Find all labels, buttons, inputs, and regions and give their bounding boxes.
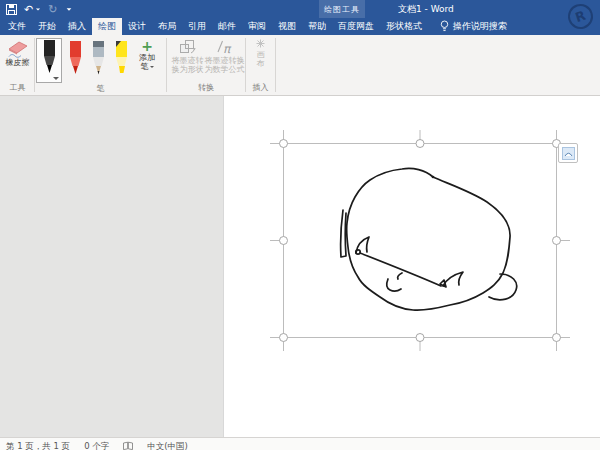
group-divider — [166, 38, 167, 92]
selection-handle-top-left[interactable] — [280, 140, 288, 148]
qat-customize-button[interactable] — [64, 8, 72, 11]
eraser-icon — [6, 39, 30, 58]
add-pen-dropdown-icon — [150, 66, 154, 68]
ink-diagonal — [360, 253, 441, 286]
pen-pencil[interactable] — [87, 38, 110, 83]
title-bar: ↶ ↻ 绘图工具 文档1 - Word R — [0, 0, 600, 18]
eraser-label: 橡皮擦 — [6, 58, 30, 67]
ink-head — [347, 168, 510, 310]
undo-dropdown-icon — [36, 8, 40, 10]
add-pen-label-1: 添加 — [139, 53, 155, 62]
tab-file[interactable]: 文件 — [2, 18, 32, 35]
proofing-status[interactable] — [123, 441, 133, 450]
selection-handle-middle-left[interactable] — [280, 237, 288, 245]
group-label-tools: 工具 — [2, 82, 33, 95]
ink-to-shape-icon — [179, 39, 196, 56]
qat-more-icon — [67, 8, 72, 10]
ink-to-math-icon: π — [216, 39, 233, 56]
word-count-status[interactable]: 0 个字 — [84, 441, 109, 450]
pencil-icon — [88, 40, 109, 80]
ink-dot — [432, 176, 435, 179]
proofing-book-icon — [123, 441, 133, 450]
ink-drawing[interactable] — [341, 168, 517, 310]
save-icon — [6, 4, 17, 15]
ink-ear — [489, 274, 517, 300]
ink-to-shape-label-1: 将墨迹转 — [172, 56, 204, 65]
svg-text:π: π — [223, 42, 232, 56]
pen-black-selected[interactable] — [36, 38, 62, 83]
selection-handle-bottom-middle[interactable] — [416, 334, 424, 342]
ink-to-math-label-1: 将墨迹转换 — [205, 56, 245, 65]
plus-icon: + — [141, 40, 153, 53]
lightbulb-icon — [440, 20, 449, 33]
ink-to-math-label-2: 为数学公式 — [205, 65, 245, 74]
tab-view[interactable]: 视图 — [272, 18, 302, 35]
tab-review[interactable]: 审阅 — [242, 18, 272, 35]
document-title: 文档1 - Word — [398, 0, 454, 18]
redo-icon: ↻ — [48, 4, 57, 15]
ribbon-group-convert: 将墨迹转 换为形状 π 将墨迹转换 为数学公式 转换 — [168, 35, 244, 95]
quick-access-toolbar: ↶ ↻ — [6, 0, 72, 18]
red-pen-icon — [65, 40, 86, 80]
save-button[interactable] — [6, 4, 17, 15]
document-area — [0, 96, 600, 437]
tab-help[interactable]: 帮助 — [302, 18, 332, 35]
ribbon-group-pens: + 添加 笔 笔 — [36, 35, 165, 95]
ink-right-eye — [443, 272, 463, 286]
ink-mouth-tick — [398, 273, 402, 279]
tab-layout[interactable]: 布局 — [152, 18, 182, 35]
tab-design[interactable]: 设计 — [122, 18, 152, 35]
canvas-overlay — [0, 96, 600, 437]
black-pen-icon — [39, 39, 60, 79]
ink-to-math-button[interactable]: π 将墨迹转换 为数学公式 — [206, 38, 243, 75]
add-pen-label-2: 笔 — [141, 62, 149, 71]
group-divider — [275, 38, 276, 92]
highlighter-icon — [111, 40, 132, 80]
ribbon-group-tools: 橡皮擦 工具 — [2, 35, 33, 95]
selection-handle-top-middle[interactable] — [416, 140, 424, 148]
selection-handle-bottom-right[interactable] — [553, 334, 561, 342]
drawing-canvas-icon — [256, 39, 265, 48]
drawing-canvas-button[interactable]: 画布 — [254, 38, 268, 69]
layout-options-icon — [562, 147, 575, 160]
undo-icon: ↶ — [24, 4, 33, 15]
group-divider — [34, 38, 35, 92]
pen-dropdown-icon[interactable] — [53, 77, 59, 80]
group-label-pens: 笔 — [36, 83, 165, 95]
page-number-status[interactable]: 第 1 页，共 1 页 — [6, 441, 70, 450]
tell-me-label: 操作说明搜索 — [453, 20, 507, 33]
status-bar: 第 1 页，共 1 页 0 个字 中文(中国) — [0, 437, 600, 450]
pen-yellow-highlighter[interactable] — [110, 38, 133, 83]
contextual-tab-group-header: 绘图工具 — [319, 0, 365, 18]
selection-handle-middle-right[interactable] — [553, 237, 561, 245]
tab-draw[interactable]: 绘图 — [92, 18, 122, 35]
tab-references[interactable]: 引用 — [182, 18, 212, 35]
tell-me-search[interactable]: 操作说明搜索 — [432, 18, 515, 35]
tab-baidu-netdisk[interactable]: 百度网盘 — [332, 18, 380, 35]
tab-insert[interactable]: 插入 — [62, 18, 92, 35]
add-pen-button[interactable]: + 添加 笔 — [133, 38, 161, 71]
language-status[interactable]: 中文(中国) — [147, 441, 188, 450]
group-label-convert: 转换 — [168, 82, 244, 95]
undo-button[interactable]: ↶ — [24, 4, 41, 15]
ink-to-shape-button[interactable]: 将墨迹转 换为形状 — [169, 38, 206, 75]
redo-button[interactable]: ↻ — [48, 4, 57, 15]
layout-options-button[interactable] — [558, 143, 578, 163]
selection-box — [270, 130, 570, 351]
drawing-canvas-label: 画布 — [256, 50, 266, 68]
group-label-insert: 插入 — [247, 82, 274, 95]
group-divider — [245, 38, 246, 92]
ink-side-strokes — [341, 210, 346, 257]
ink-to-shape-label-2: 换为形状 — [172, 65, 204, 74]
ribbon: 橡皮擦 工具 — [0, 35, 600, 96]
pen-red[interactable] — [64, 38, 87, 83]
eraser-button[interactable]: 橡皮擦 — [4, 38, 32, 68]
tab-shape-format[interactable]: 形状格式 — [380, 18, 428, 35]
tab-mailings[interactable]: 邮件 — [212, 18, 242, 35]
ribbon-tab-bar: 文件 开始 插入 绘图 设计 布局 引用 邮件 审阅 视图 帮助 百度网盘 形状… — [0, 18, 600, 35]
ribbon-group-insert: 画布 插入 — [247, 35, 274, 95]
ink-mouth-curve — [387, 279, 401, 291]
selection-handle-bottom-left[interactable] — [280, 334, 288, 342]
tab-home[interactable]: 开始 — [32, 18, 62, 35]
